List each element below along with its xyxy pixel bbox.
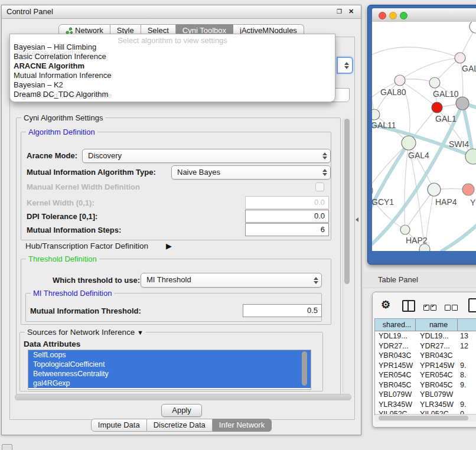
data-attributes-label: Data Attributes <box>24 340 80 348</box>
attribute-item-gal4rgexp[interactable]: gal4RGexp <box>28 379 311 388</box>
which-threshold-value: MI Threshold <box>146 275 191 284</box>
minimized-panel-icon[interactable] <box>2 444 12 450</box>
deselect-all-icon[interactable] <box>445 302 459 313</box>
splitpane-collapse-icon[interactable] <box>356 217 358 222</box>
stepper-arrows-icon <box>322 152 327 159</box>
node-gal80[interactable] <box>395 75 405 86</box>
table-row[interactable]: YBR045CYBR045C9. <box>375 380 476 390</box>
cell-shared-name: YBL079W <box>375 390 416 400</box>
cell-name: YBL079W <box>416 390 458 400</box>
node-gal11[interactable] <box>372 109 380 120</box>
stepper-arrows-icon <box>322 169 327 176</box>
cell-name: YPR145W <box>416 361 458 371</box>
kernel-width-label: Kernel Width (0,1): <box>27 198 94 207</box>
table-body: YDL19...YDL19...13YDR27...YDR27...12YBR0… <box>375 331 476 415</box>
float-window-button[interactable]: ❐ <box>335 8 343 15</box>
settings-horizontal-scrollbar[interactable] <box>15 394 351 400</box>
algorithm-option-mutual-information-inference[interactable]: Mutual Information Inference <box>10 71 335 80</box>
node-hap2[interactable] <box>400 225 410 234</box>
column-header-shared[interactable]: shared... <box>375 319 416 331</box>
table-row[interactable]: YBL079WYBL079W <box>375 390 476 400</box>
node[interactable] <box>456 97 469 110</box>
algorithm-option-bayesian-hill-climbing[interactable]: Bayesian – Hill Climbing <box>10 43 335 52</box>
focused-combo-stepper-fragment[interactable] <box>337 57 353 74</box>
algorithm-option-aracne-algorithm[interactable]: ARACNE Algorithm <box>10 61 335 71</box>
stepper-arrows-icon <box>313 277 318 284</box>
algorithm-popup-list: Bayesian – Hill ClimbingBasic Correlatio… <box>10 43 335 99</box>
mi-algorithm-type-value: Naive Bayes <box>177 168 220 177</box>
which-threshold-select[interactable]: MI Threshold <box>141 273 322 288</box>
select-all-icon[interactable] <box>423 302 438 313</box>
mac-zoom-button[interactable] <box>400 12 407 19</box>
attr-list-scrollbar-thumb[interactable] <box>302 351 307 386</box>
network-canvas[interactable]: GALGAL80GAL10GAL1GAL11SWI4GAL4GCY1HAP4YH… <box>372 22 476 251</box>
sources-group-title: Sources for Network Inference ▼ <box>25 328 146 337</box>
settings-scrollbar[interactable] <box>343 118 351 394</box>
table-row[interactable]: YLR345WYLR345W9. <box>375 400 476 410</box>
table-scrollbar-thumb[interactable] <box>379 416 468 420</box>
cell-value: 12 <box>458 341 476 351</box>
table-row[interactable]: YER054CYER054C8. <box>375 370 476 380</box>
mi-algorithm-type-select[interactable]: Naive Bayes <box>171 165 331 180</box>
aracne-mode-value: Discovery <box>88 151 122 160</box>
attribute-item-selfloops[interactable]: SelfLoops <box>28 350 311 360</box>
kernel-width-field[interactable]: 0.0 <box>245 196 329 209</box>
node[interactable] <box>419 244 430 251</box>
algorithm-option-basic-correlation-inference[interactable]: Basic Correlation Inference <box>10 52 335 61</box>
settings-scrollbar-thumb[interactable] <box>344 119 350 284</box>
mi-threshold-field[interactable]: 0.5 <box>243 304 322 317</box>
data-attributes-list[interactable]: SelfLoopsTopologicalCoefficientBetweenne… <box>28 350 311 390</box>
table-row[interactable]: YDR27...YDR27...12 <box>375 341 476 351</box>
cell-value: 8. <box>458 370 476 380</box>
manual-kernel-width-checkbox[interactable] <box>315 182 324 191</box>
cell-value <box>458 351 476 361</box>
network-view-window: GALGAL80GAL10GAL1GAL11SWI4GAL4GCY1HAP4YH… <box>367 5 476 265</box>
attr-list-scrollbar[interactable] <box>301 351 308 387</box>
table-horizontal-scrollbar[interactable] <box>375 414 476 422</box>
collapse-down-icon[interactable]: ▼ <box>137 329 144 336</box>
gear-icon[interactable]: ⚙ <box>381 298 390 311</box>
cell-name: YLR345W <box>416 400 458 410</box>
column-header-name[interactable]: name <box>416 319 458 331</box>
control-panel-title: Control Panel <box>6 7 53 16</box>
mac-minimize-button[interactable] <box>389 12 397 19</box>
node-gal4[interactable] <box>402 136 416 150</box>
node-y[interactable] <box>462 184 474 195</box>
node-gcy1[interactable] <box>372 185 373 197</box>
column-header-2[interactable] <box>458 319 476 331</box>
network-window-titlebar <box>372 8 476 22</box>
column-layout-icon[interactable] <box>402 300 415 312</box>
control-panel-titlebar: Control Panel ❐ ✕ <box>2 5 361 19</box>
cell-value: 13 <box>458 331 476 341</box>
node-label-gal10: GAL10 <box>433 89 459 99</box>
table-row[interactable]: YBR043CYBR043C <box>375 351 476 361</box>
close-window-button[interactable]: ✕ <box>347 8 355 15</box>
node[interactable] <box>470 22 476 33</box>
table-row[interactable]: YPR145WYPR145W9. <box>375 361 476 371</box>
cell-shared-name: YDL19... <box>375 331 416 341</box>
hub-factor-definition-label[interactable]: Hub/Transcription Factor Definition <box>25 242 148 250</box>
tab-impute-data[interactable]: Impute Data <box>91 419 147 432</box>
algorithm-option-bayesian-k2[interactable]: Bayesian – K2 <box>10 80 335 90</box>
apply-button[interactable]: Apply <box>161 404 202 417</box>
aracne-mode-select[interactable]: Discovery <box>82 149 331 163</box>
algorithm-option-dream8-dc-tdc-algorithm[interactable]: Dream8 DC_TDC Algorithm <box>10 90 335 99</box>
node-swi4[interactable] <box>465 149 476 164</box>
node-gal[interactable] <box>455 53 465 63</box>
tab-discretize-data[interactable]: Discretize Data <box>147 419 213 432</box>
node-label-gcy1: GCY1 <box>372 197 394 207</box>
attribute-item-betweennesscentrality[interactable]: BetweennessCentrality <box>28 369 311 379</box>
node-label-swi4: SWI4 <box>449 139 469 149</box>
mac-close-button[interactable] <box>379 12 386 19</box>
tab-infer-network[interactable]: Infer Network <box>213 419 272 432</box>
mi-steps-field[interactable]: 6 <box>245 223 329 236</box>
node-gal1[interactable] <box>432 102 442 113</box>
network-graph: GALGAL80GAL10GAL1GAL11SWI4GAL4GCY1HAP4YH… <box>372 22 476 251</box>
node-hap4[interactable] <box>428 183 441 196</box>
expand-right-icon[interactable]: ▶ <box>166 242 172 250</box>
node-gal10[interactable] <box>429 77 440 88</box>
document-icon[interactable] <box>468 298 476 312</box>
attribute-item-topologicalcoefficient[interactable]: TopologicalCoefficient <box>28 360 311 369</box>
table-row[interactable]: YDL19...YDL19...13 <box>375 331 476 341</box>
dpi-tolerance-field[interactable]: 0.0 <box>245 210 329 223</box>
